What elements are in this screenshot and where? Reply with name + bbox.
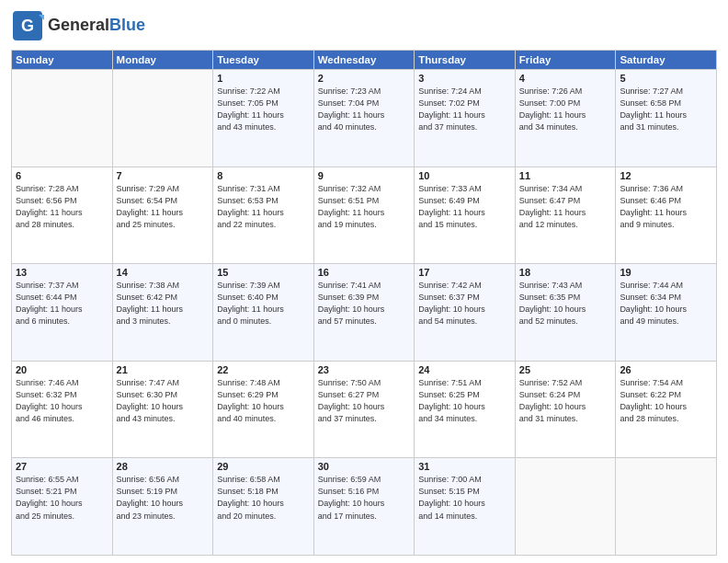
logo: G GeneralBlue	[11, 9, 145, 42]
day-number: 20	[16, 364, 108, 375]
day-number: 7	[117, 170, 210, 181]
empty-calendar-cell	[12, 70, 113, 167]
calendar-day-cell: 24Sunrise: 7:51 AM Sunset: 6:25 PM Dayli…	[415, 361, 516, 458]
calendar-day-cell: 3Sunrise: 7:24 AM Sunset: 7:02 PM Daylig…	[415, 70, 516, 167]
day-info: Sunrise: 7:22 AM Sunset: 7:05 PM Dayligh…	[217, 86, 310, 133]
day-number: 19	[620, 267, 712, 278]
weekday-header: Thursday	[415, 51, 516, 70]
day-number: 9	[318, 170, 411, 181]
calendar-day-cell: 20Sunrise: 7:46 AM Sunset: 6:32 PM Dayli…	[12, 361, 113, 458]
day-number: 4	[519, 73, 612, 84]
day-info: Sunrise: 7:00 AM Sunset: 5:15 PM Dayligh…	[418, 474, 511, 522]
logo-text: GeneralBlue	[48, 17, 145, 35]
day-number: 21	[117, 364, 210, 375]
day-number: 3	[418, 73, 511, 84]
calendar-container: G GeneralBlue SundayMondayTuesdayWednesd…	[0, 0, 728, 563]
day-number: 16	[318, 267, 411, 278]
day-number: 6	[16, 170, 108, 181]
calendar-day-cell: 23Sunrise: 7:50 AM Sunset: 6:27 PM Dayli…	[313, 361, 415, 458]
calendar-day-cell: 14Sunrise: 7:38 AM Sunset: 6:42 PM Dayli…	[112, 264, 213, 362]
day-number: 2	[318, 73, 411, 84]
day-info: Sunrise: 7:41 AM Sunset: 6:39 PM Dayligh…	[318, 280, 411, 327]
day-info: Sunrise: 7:28 AM Sunset: 6:56 PM Dayligh…	[16, 183, 108, 231]
day-info: Sunrise: 7:51 AM Sunset: 6:25 PM Dayligh…	[418, 377, 511, 425]
day-number: 29	[217, 461, 310, 472]
day-number: 15	[217, 267, 310, 278]
day-info: Sunrise: 7:23 AM Sunset: 7:04 PM Dayligh…	[318, 86, 411, 133]
day-number: 13	[16, 267, 108, 278]
logo-icon: G	[11, 9, 44, 42]
day-number: 17	[418, 267, 511, 278]
day-info: Sunrise: 7:31 AM Sunset: 6:53 PM Dayligh…	[217, 183, 310, 231]
empty-calendar-cell	[616, 458, 717, 556]
day-number: 22	[217, 364, 310, 375]
day-number: 18	[519, 267, 612, 278]
svg-text:G: G	[21, 17, 34, 35]
day-info: Sunrise: 6:55 AM Sunset: 5:21 PM Dayligh…	[16, 474, 108, 522]
empty-calendar-cell	[112, 70, 213, 167]
calendar-day-cell: 15Sunrise: 7:39 AM Sunset: 6:40 PM Dayli…	[213, 264, 314, 362]
calendar-day-cell: 31Sunrise: 7:00 AM Sunset: 5:15 PM Dayli…	[415, 458, 516, 556]
calendar-week-row: 27Sunrise: 6:55 AM Sunset: 5:21 PM Dayli…	[12, 458, 717, 556]
day-info: Sunrise: 7:36 AM Sunset: 6:46 PM Dayligh…	[620, 183, 712, 231]
day-number: 14	[117, 267, 210, 278]
weekday-header: Monday	[112, 51, 213, 70]
calendar-day-cell: 16Sunrise: 7:41 AM Sunset: 6:39 PM Dayli…	[313, 264, 415, 362]
weekday-header: Wednesday	[313, 51, 415, 70]
calendar-week-row: 13Sunrise: 7:37 AM Sunset: 6:44 PM Dayli…	[12, 264, 717, 362]
calendar-day-cell: 21Sunrise: 7:47 AM Sunset: 6:30 PM Dayli…	[112, 361, 213, 458]
calendar-day-cell: 22Sunrise: 7:48 AM Sunset: 6:29 PM Dayli…	[213, 361, 314, 458]
calendar-day-cell: 6Sunrise: 7:28 AM Sunset: 6:56 PM Daylig…	[12, 167, 113, 264]
calendar-day-cell: 13Sunrise: 7:37 AM Sunset: 6:44 PM Dayli…	[12, 264, 113, 362]
day-info: Sunrise: 7:46 AM Sunset: 6:32 PM Dayligh…	[16, 377, 108, 425]
calendar-week-row: 1Sunrise: 7:22 AM Sunset: 7:05 PM Daylig…	[12, 70, 717, 167]
day-number: 5	[620, 73, 712, 84]
weekday-header: Friday	[515, 51, 616, 70]
day-info: Sunrise: 7:24 AM Sunset: 7:02 PM Dayligh…	[418, 86, 511, 133]
day-number: 31	[418, 461, 511, 472]
calendar-day-cell: 17Sunrise: 7:42 AM Sunset: 6:37 PM Dayli…	[415, 264, 516, 362]
day-info: Sunrise: 7:50 AM Sunset: 6:27 PM Dayligh…	[318, 377, 411, 425]
calendar-day-cell: 7Sunrise: 7:29 AM Sunset: 6:54 PM Daylig…	[112, 167, 213, 264]
day-info: Sunrise: 7:27 AM Sunset: 6:58 PM Dayligh…	[620, 86, 712, 133]
calendar-week-row: 20Sunrise: 7:46 AM Sunset: 6:32 PM Dayli…	[12, 361, 717, 458]
header: G GeneralBlue	[11, 9, 717, 42]
empty-calendar-cell	[515, 458, 616, 556]
calendar-day-cell: 30Sunrise: 6:59 AM Sunset: 5:16 PM Dayli…	[313, 458, 415, 556]
calendar-header-row: SundayMondayTuesdayWednesdayThursdayFrid…	[12, 51, 717, 70]
day-info: Sunrise: 7:54 AM Sunset: 6:22 PM Dayligh…	[620, 377, 712, 425]
calendar-day-cell: 18Sunrise: 7:43 AM Sunset: 6:35 PM Dayli…	[515, 264, 616, 362]
calendar-day-cell: 29Sunrise: 6:58 AM Sunset: 5:18 PM Dayli…	[213, 458, 314, 556]
day-info: Sunrise: 7:47 AM Sunset: 6:30 PM Dayligh…	[117, 377, 210, 425]
day-number: 23	[318, 364, 411, 375]
day-info: Sunrise: 7:29 AM Sunset: 6:54 PM Dayligh…	[117, 183, 210, 231]
day-info: Sunrise: 7:52 AM Sunset: 6:24 PM Dayligh…	[519, 377, 612, 425]
calendar-day-cell: 4Sunrise: 7:26 AM Sunset: 7:00 PM Daylig…	[515, 70, 616, 167]
day-number: 10	[418, 170, 511, 181]
calendar-day-cell: 27Sunrise: 6:55 AM Sunset: 5:21 PM Dayli…	[12, 458, 113, 556]
calendar-day-cell: 1Sunrise: 7:22 AM Sunset: 7:05 PM Daylig…	[213, 70, 314, 167]
calendar-day-cell: 9Sunrise: 7:32 AM Sunset: 6:51 PM Daylig…	[313, 167, 415, 264]
day-info: Sunrise: 7:38 AM Sunset: 6:42 PM Dayligh…	[117, 280, 210, 327]
calendar-day-cell: 28Sunrise: 6:56 AM Sunset: 5:19 PM Dayli…	[112, 458, 213, 556]
day-info: Sunrise: 6:58 AM Sunset: 5:18 PM Dayligh…	[217, 474, 310, 522]
logo-blue: Blue	[109, 16, 145, 34]
day-info: Sunrise: 7:37 AM Sunset: 6:44 PM Dayligh…	[16, 280, 108, 327]
day-number: 27	[16, 461, 108, 472]
day-info: Sunrise: 6:56 AM Sunset: 5:19 PM Dayligh…	[117, 474, 210, 522]
weekday-header: Tuesday	[213, 51, 314, 70]
weekday-header: Sunday	[12, 51, 113, 70]
calendar-day-cell: 19Sunrise: 7:44 AM Sunset: 6:34 PM Dayli…	[616, 264, 717, 362]
day-info: Sunrise: 7:39 AM Sunset: 6:40 PM Dayligh…	[217, 280, 310, 327]
day-number: 1	[217, 73, 310, 84]
calendar-day-cell: 10Sunrise: 7:33 AM Sunset: 6:49 PM Dayli…	[415, 167, 516, 264]
day-number: 24	[418, 364, 511, 375]
day-number: 8	[217, 170, 310, 181]
day-info: Sunrise: 7:42 AM Sunset: 6:37 PM Dayligh…	[418, 280, 511, 327]
calendar-day-cell: 5Sunrise: 7:27 AM Sunset: 6:58 PM Daylig…	[616, 70, 717, 167]
day-info: Sunrise: 7:32 AM Sunset: 6:51 PM Dayligh…	[318, 183, 411, 231]
logo-general: General	[48, 16, 109, 34]
day-number: 28	[117, 461, 210, 472]
day-info: Sunrise: 7:33 AM Sunset: 6:49 PM Dayligh…	[418, 183, 511, 231]
calendar-table: SundayMondayTuesdayWednesdayThursdayFrid…	[11, 50, 717, 556]
